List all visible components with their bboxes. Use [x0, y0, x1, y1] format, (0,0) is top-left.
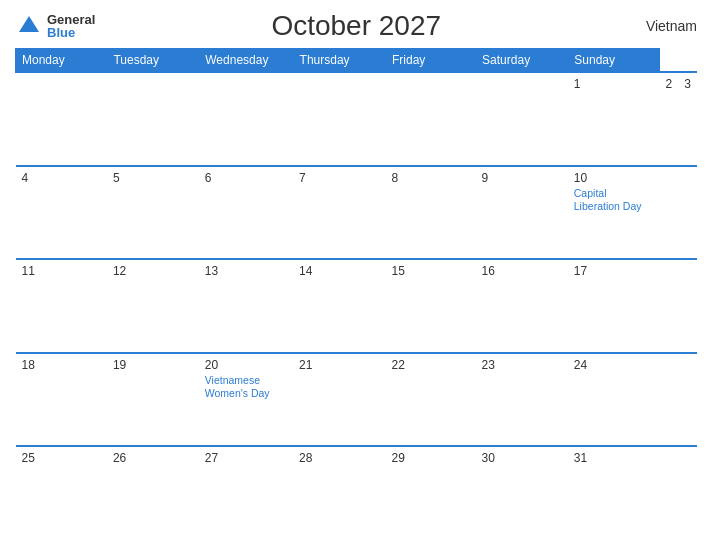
day-number: 8 — [392, 171, 470, 185]
col-wednesday: Wednesday — [199, 49, 293, 73]
day-cell: 15 — [386, 259, 476, 353]
col-tuesday: Tuesday — [107, 49, 199, 73]
day-cell: 10Capital Liberation Day — [568, 166, 660, 260]
day-number: 1 — [574, 77, 654, 91]
day-number: 4 — [22, 171, 101, 185]
svg-marker-0 — [19, 16, 39, 32]
day-cell — [386, 72, 476, 166]
day-cell: 11 — [16, 259, 107, 353]
day-cell: 3 — [678, 72, 697, 166]
day-cell: 2 — [660, 72, 679, 166]
day-cell: 5 — [107, 166, 199, 260]
col-monday: Monday — [16, 49, 107, 73]
calendar-header: Monday Tuesday Wednesday Thursday Friday… — [16, 49, 698, 73]
day-number: 24 — [574, 358, 654, 372]
day-cell: 9 — [476, 166, 568, 260]
day-number: 16 — [482, 264, 562, 278]
day-cell: 26 — [107, 446, 199, 540]
day-cell: 1 — [568, 72, 660, 166]
day-number: 29 — [392, 451, 470, 465]
logo-blue-text: Blue — [47, 26, 95, 39]
day-number: 10 — [574, 171, 654, 185]
day-number: 22 — [392, 358, 470, 372]
week-row-4: 181920Vietnamese Women's Day21222324 — [16, 353, 698, 447]
day-cell: 8 — [386, 166, 476, 260]
day-number: 12 — [113, 264, 193, 278]
day-number: 11 — [22, 264, 101, 278]
day-cell: 22 — [386, 353, 476, 447]
day-cell: 14 — [293, 259, 385, 353]
day-cell: 28 — [293, 446, 385, 540]
day-number: 15 — [392, 264, 470, 278]
calendar-title: October 2027 — [95, 10, 617, 42]
day-number: 19 — [113, 358, 193, 372]
day-cell: 12 — [107, 259, 199, 353]
header: General Blue October 2027 Vietnam — [15, 10, 697, 42]
day-cell: 31 — [568, 446, 660, 540]
day-cell: 19 — [107, 353, 199, 447]
day-cell: 23 — [476, 353, 568, 447]
day-cell: 4 — [16, 166, 107, 260]
header-row: Monday Tuesday Wednesday Thursday Friday… — [16, 49, 698, 73]
day-number: 14 — [299, 264, 379, 278]
day-number: 3 — [684, 77, 691, 91]
day-cell: 24 — [568, 353, 660, 447]
day-number: 27 — [205, 451, 287, 465]
day-number: 30 — [482, 451, 562, 465]
day-number: 28 — [299, 451, 379, 465]
empty-cell — [16, 72, 107, 166]
col-thursday: Thursday — [293, 49, 385, 73]
holiday-name: Vietnamese Women's Day — [205, 374, 287, 401]
day-number: 17 — [574, 264, 654, 278]
day-number: 25 — [22, 451, 101, 465]
day-cell: 16 — [476, 259, 568, 353]
day-number: 13 — [205, 264, 287, 278]
day-cell: 20Vietnamese Women's Day — [199, 353, 293, 447]
day-number: 5 — [113, 171, 193, 185]
day-cell: 21 — [293, 353, 385, 447]
day-cell: 17 — [568, 259, 660, 353]
logo-icon — [15, 12, 43, 40]
day-number: 26 — [113, 451, 193, 465]
day-cell: 29 — [386, 446, 476, 540]
logo-text: General Blue — [47, 13, 95, 39]
calendar-body: 12345678910Capital Liberation Day1112131… — [16, 72, 698, 540]
day-number: 18 — [22, 358, 101, 372]
day-cell — [293, 72, 385, 166]
week-row-1: 123 — [16, 72, 698, 166]
day-cell: 6 — [199, 166, 293, 260]
calendar-page: General Blue October 2027 Vietnam Monday… — [0, 0, 712, 550]
col-sunday: Sunday — [568, 49, 660, 73]
day-number: 20 — [205, 358, 287, 372]
day-number: 31 — [574, 451, 654, 465]
day-cell: 25 — [16, 446, 107, 540]
day-cell: 30 — [476, 446, 568, 540]
day-number: 23 — [482, 358, 562, 372]
week-row-3: 11121314151617 — [16, 259, 698, 353]
day-cell — [476, 72, 568, 166]
empty-cell — [199, 72, 293, 166]
day-number: 6 — [205, 171, 287, 185]
day-number: 7 — [299, 171, 379, 185]
calendar-table: Monday Tuesday Wednesday Thursday Friday… — [15, 48, 697, 540]
col-saturday: Saturday — [476, 49, 568, 73]
col-friday: Friday — [386, 49, 476, 73]
holiday-name: Capital Liberation Day — [574, 187, 654, 214]
day-cell: 18 — [16, 353, 107, 447]
logo: General Blue — [15, 12, 95, 40]
empty-cell — [107, 72, 199, 166]
day-number: 9 — [482, 171, 562, 185]
week-row-2: 45678910Capital Liberation Day — [16, 166, 698, 260]
day-cell: 7 — [293, 166, 385, 260]
day-cell: 27 — [199, 446, 293, 540]
day-number: 21 — [299, 358, 379, 372]
day-cell: 13 — [199, 259, 293, 353]
country-label: Vietnam — [617, 18, 697, 34]
week-row-5: 25262728293031 — [16, 446, 698, 540]
day-number: 2 — [666, 77, 673, 91]
